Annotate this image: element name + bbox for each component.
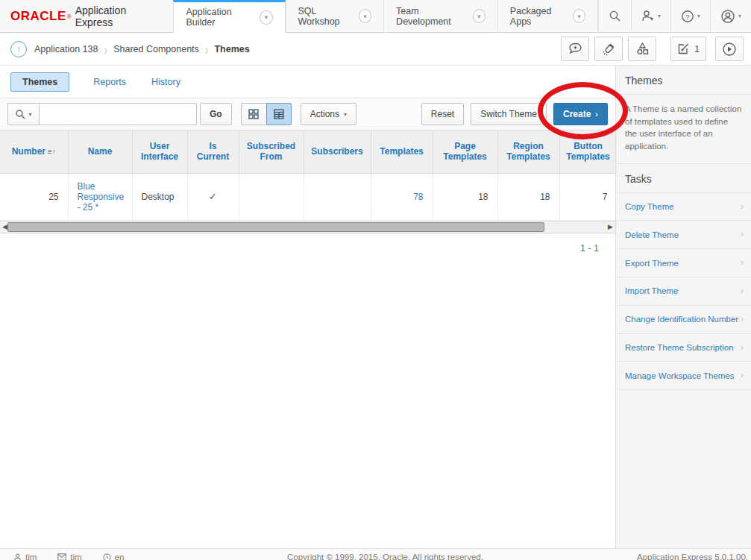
column-header-number[interactable]: Number≡↑ [0, 130, 68, 173]
chevron-down-icon: ▾ [658, 13, 661, 19]
search-column-selector[interactable]: ▾ [7, 103, 39, 125]
column-header-user-interface[interactable]: User Interface [132, 130, 187, 173]
scroll-left-arrow[interactable]: ◀ [2, 223, 7, 230]
column-header-button-templates[interactable]: Button Templates [559, 130, 617, 173]
breadcrumb-separator: › [104, 40, 107, 57]
column-header-templates[interactable]: Templates [371, 130, 433, 173]
tab-sql-workshop[interactable]: SQL Workshop ▾ [286, 0, 384, 32]
column-header-name[interactable]: Name [68, 130, 132, 173]
toolbar-right-buttons: Reset Switch Theme Create › [421, 103, 608, 125]
spotlight-search-button[interactable] [594, 37, 623, 61]
task-restore-theme-subscription[interactable]: Restore Theme Subscription› [616, 334, 751, 362]
tab-packaged-apps[interactable]: Packaged Apps ▾ [497, 0, 598, 32]
chevron-right-icon: › [595, 110, 598, 119]
task-delete-theme[interactable]: Delete Theme› [616, 221, 751, 249]
breadcrumb-shared-components[interactable]: Shared Components [113, 44, 199, 54]
report-view-icon [273, 108, 285, 120]
templates-count-link[interactable]: 78 [413, 192, 423, 202]
chevron-down-icon: ▾ [573, 9, 585, 23]
edit-page-button[interactable]: 1 [670, 37, 706, 61]
column-header-region-templates[interactable]: Region Templates [497, 130, 559, 173]
breadcrumb-bar: ↑ Application 138 › Shared Components › … [0, 33, 751, 66]
task-label: Change Identification Number [625, 313, 738, 325]
footer-copyright: Copyright © 1999, 2015, Oracle. All righ… [287, 553, 483, 560]
shapes-icon [635, 42, 650, 56]
cell-subscribers [304, 173, 371, 220]
cell-name: Blue Responsive - 25 * [68, 173, 132, 220]
task-export-theme[interactable]: Export Theme› [616, 249, 751, 277]
tab-label: Packaged Apps [510, 6, 568, 27]
footer-user[interactable]: tim [13, 553, 37, 560]
tab-application-builder[interactable]: Application Builder ▾ [173, 0, 285, 33]
feedback-button[interactable] [561, 37, 589, 61]
up-level-button[interactable]: ↑ [10, 41, 27, 57]
scrollbar-thumb[interactable] [7, 222, 544, 232]
go-button[interactable]: Go [200, 103, 232, 125]
chevron-down-icon: ▾ [28, 111, 31, 118]
icon-view-button[interactable] [241, 103, 266, 125]
create-button[interactable]: Create › [553, 103, 608, 125]
tab-label: Team Development [396, 6, 468, 27]
svg-text:?: ? [685, 13, 689, 20]
view-toggle [241, 103, 292, 125]
chevron-right-icon: › [741, 342, 744, 354]
tab-team-development[interactable]: Team Development ▾ [383, 0, 497, 32]
task-copy-theme[interactable]: Copy Theme› [616, 193, 751, 221]
column-header-subscribed-from[interactable]: Subscribed From [239, 130, 304, 173]
administration-button[interactable]: ▾ [631, 0, 670, 32]
page-action-buttons: 1 [561, 37, 744, 61]
edit-page-number: 1 [694, 44, 700, 54]
tab-themes[interactable]: Themes [10, 72, 69, 92]
search-button[interactable] [598, 0, 631, 32]
task-label: Delete Theme [625, 229, 679, 241]
theme-name-link[interactable]: Blue Responsive - 25 * [78, 181, 125, 213]
themes-description: A Theme is a named collection of templat… [616, 95, 751, 164]
sort-ascending-icon: ≡↑ [48, 148, 56, 156]
tab-history[interactable]: History [150, 73, 182, 91]
report-view-button[interactable] [266, 103, 292, 125]
user-icon [13, 553, 22, 560]
scroll-right-arrow[interactable]: ▶ [608, 223, 613, 230]
shared-components-button[interactable] [628, 37, 656, 61]
footer-workspace-label: tim [70, 553, 81, 560]
help-icon: ? [681, 10, 694, 23]
edit-run-button-group: 1 [670, 37, 744, 61]
task-label: Export Theme [625, 257, 679, 269]
search-icon [15, 109, 26, 120]
task-change-identification-number[interactable]: Change Identification Number› [616, 306, 751, 334]
chevron-down-icon: ▾ [738, 13, 741, 19]
task-import-theme[interactable]: Import Theme› [616, 277, 751, 306]
registered-mark: ® [67, 13, 72, 20]
cell-page-templates: 18 [433, 173, 497, 220]
create-label: Create [563, 109, 591, 119]
breadcrumb-separator: › [205, 40, 209, 57]
top-bar: ORACLE ® Application Express Application… [0, 0, 751, 33]
reset-button[interactable]: Reset [421, 103, 464, 125]
task-manage-workspace-themes[interactable]: Manage Workspace Themes› [616, 362, 751, 390]
tab-reports[interactable]: Reports [92, 73, 128, 91]
horizontal-scrollbar: ◀ ▶ [0, 221, 615, 233]
column-header-is-current[interactable]: Is Current [187, 130, 239, 173]
column-header-page-templates[interactable]: Page Templates [433, 130, 497, 173]
footer-workspace[interactable]: tim [57, 553, 81, 560]
cell-user-interface: Desktop [132, 173, 187, 220]
cell-subscribed-from [239, 173, 304, 220]
grid-view-icon [248, 108, 260, 120]
chevron-down-icon: ▾ [473, 9, 486, 23]
search-input[interactable] [39, 103, 197, 125]
switch-theme-button[interactable]: Switch Theme [471, 103, 547, 125]
actions-menu-button[interactable]: Actions ▾ [301, 103, 356, 125]
table-row: 25 Blue Responsive - 25 * Desktop ✓ 78 1… [0, 173, 617, 220]
run-application-button[interactable] [715, 37, 744, 61]
pagination-label: 1 - 1 [0, 233, 615, 254]
breadcrumb-application[interactable]: Application 138 [34, 44, 98, 54]
clock-icon [103, 553, 111, 560]
help-button[interactable]: ? ▾ [670, 0, 710, 32]
footer-language[interactable]: en [103, 553, 125, 560]
column-header-subscribers[interactable]: Subscribers [304, 130, 371, 173]
play-icon [722, 42, 737, 57]
sidebar-themes-title: Themes [616, 66, 751, 95]
chevron-down-icon: ▾ [260, 10, 272, 25]
account-button[interactable]: ▾ [710, 0, 751, 32]
content-area: Themes Reports History ▾ Go Actions ▾ [0, 66, 751, 548]
